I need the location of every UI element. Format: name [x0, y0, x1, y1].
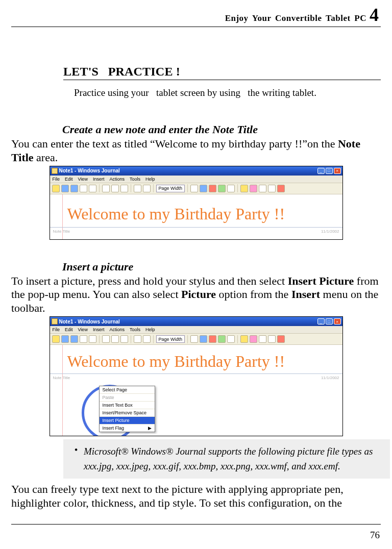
save-icon[interactable] [70, 335, 78, 343]
handwritten-title: Welcome to my Birthday Party !! [67, 352, 285, 371]
minimize-button[interactable]: _ [317, 168, 325, 174]
menu-file[interactable]: File [53, 327, 60, 332]
redo-icon[interactable] [143, 335, 151, 343]
print-icon[interactable] [80, 185, 87, 192]
highlighter-icon[interactable] [240, 335, 248, 343]
pen-black-icon[interactable] [190, 335, 198, 343]
maximize-button[interactable]: □ [326, 318, 333, 325]
menu-item-select-page[interactable]: Select Page [100, 386, 155, 394]
undo-icon[interactable] [134, 185, 141, 192]
redo-icon[interactable] [143, 185, 151, 192]
window-title: Note1 - Windows Journal [59, 168, 120, 173]
title-rule [50, 373, 342, 374]
intro-line: Practice using your tablet screen by usi… [74, 87, 381, 98]
highlighter-icon[interactable] [240, 185, 248, 192]
maximize-button[interactable]: □ [326, 168, 333, 174]
search-icon[interactable] [89, 335, 96, 343]
space-icon[interactable] [268, 185, 276, 192]
new-note-icon[interactable] [52, 335, 60, 343]
subheading-insert-picture: Insert a picture [62, 260, 381, 273]
paste-icon[interactable] [120, 185, 128, 192]
space-icon[interactable] [268, 335, 276, 343]
close-button[interactable]: × [334, 168, 341, 174]
window-titlebar: Note1 - Windows Journal _ □ × [50, 166, 342, 176]
cut-icon[interactable] [102, 335, 110, 343]
figure-journal-note-title: Note1 - Windows Journal _ □ × File Edit … [50, 166, 343, 240]
note-title-label: Note Title [53, 376, 70, 380]
flag-icon[interactable] [277, 335, 285, 343]
menu-tools[interactable]: Tools [130, 327, 140, 332]
toolbar: Page Width [50, 334, 342, 345]
menu-item-insert-textbox[interactable]: Insert Text Box [100, 402, 155, 409]
menu-item-insert-remove-space[interactable]: Insert/Remove Space [100, 409, 155, 417]
note-text: Microsoft® Windows® Journal supports the… [84, 444, 385, 473]
menu-item-insert-picture[interactable]: Insert Picture [100, 417, 155, 425]
pen-more-icon[interactable] [227, 185, 235, 192]
menu-item-paste: Paste [100, 394, 155, 402]
save-icon[interactable] [70, 185, 78, 192]
footer-rule [11, 524, 381, 525]
zoom-pagewidth[interactable]: Page Width [156, 335, 185, 343]
pen-blue-icon[interactable] [200, 185, 207, 192]
copy-icon[interactable] [111, 185, 119, 192]
para-closing: You can freely type text next to the pic… [11, 483, 381, 510]
search-icon[interactable] [89, 185, 96, 192]
submenu-arrow-icon: ▶ [148, 426, 152, 431]
context-menu: Select Page Paste Insert Text Box Insert… [99, 386, 155, 432]
eraser-icon[interactable] [250, 335, 257, 343]
minimize-button[interactable]: _ [317, 318, 325, 325]
para-create-note: You can enter the text as titled “Welcom… [11, 137, 381, 165]
bullet-icon: • [68, 444, 84, 473]
title-rule [50, 227, 342, 228]
margin-line [62, 345, 63, 436]
menu-file[interactable]: File [53, 177, 60, 182]
chapter-number: 4 [370, 4, 379, 26]
print-icon[interactable] [80, 335, 87, 343]
flag-icon[interactable] [277, 185, 285, 192]
handwritten-title: Welcome to my Birthday Party !! [67, 205, 285, 223]
menu-view[interactable]: View [78, 327, 88, 332]
menu-actions[interactable]: Actions [109, 327, 125, 332]
pen-green-icon[interactable] [218, 185, 226, 192]
open-icon[interactable] [61, 335, 69, 343]
note-date: 11/1/2002 [321, 229, 339, 234]
copy-icon[interactable] [111, 335, 119, 343]
menu-edit[interactable]: Edit [65, 327, 73, 332]
app-icon [52, 318, 58, 325]
menu-insert[interactable]: Insert [93, 177, 105, 182]
pen-black-icon[interactable] [190, 185, 198, 192]
note-date: 11/1/2002 [321, 376, 339, 380]
pen-blue-icon[interactable] [200, 335, 207, 343]
toolbar: Page Width [50, 183, 342, 194]
note-canvas[interactable]: Note Title 11/1/2002 Welcome to my Birth… [50, 194, 342, 239]
zoom-pagewidth[interactable]: Page Width [156, 185, 185, 192]
close-button[interactable]: × [334, 318, 341, 325]
paste-icon[interactable] [120, 335, 128, 343]
menu-view[interactable]: View [78, 177, 88, 182]
note-canvas[interactable]: Note Title 11/1/2002 Welcome to my Birth… [50, 345, 342, 436]
cut-icon[interactable] [102, 185, 110, 192]
menu-edit[interactable]: Edit [65, 177, 73, 182]
pen-more-icon[interactable] [227, 335, 235, 343]
eraser-icon[interactable] [250, 185, 257, 192]
pen-green-icon[interactable] [218, 335, 226, 343]
pen-red-icon[interactable] [209, 185, 216, 192]
menu-actions[interactable]: Actions [109, 177, 125, 182]
new-note-icon[interactable] [52, 185, 60, 192]
open-icon[interactable] [61, 185, 69, 192]
menu-insert[interactable]: Insert [93, 327, 105, 332]
app-icon [52, 168, 58, 174]
pen-red-icon[interactable] [209, 335, 216, 343]
note-callout: • Microsoft® Windows® Journal supports t… [63, 439, 390, 479]
select-icon[interactable] [259, 185, 266, 192]
select-icon[interactable] [259, 335, 266, 343]
menu-help[interactable]: Help [145, 177, 155, 182]
menu-bar: File Edit View Insert Actions Tools Help [50, 176, 342, 183]
menu-bar: File Edit View Insert Actions Tools Help [50, 326, 342, 334]
menu-item-insert-flag[interactable]: Insert Flag ▶ [100, 425, 155, 432]
page-number: 76 [370, 530, 380, 541]
menu-tools[interactable]: Tools [130, 177, 140, 182]
window-titlebar: Note1 - Windows Journal _ □ × [50, 317, 342, 326]
menu-help[interactable]: Help [145, 327, 155, 332]
undo-icon[interactable] [134, 335, 141, 343]
